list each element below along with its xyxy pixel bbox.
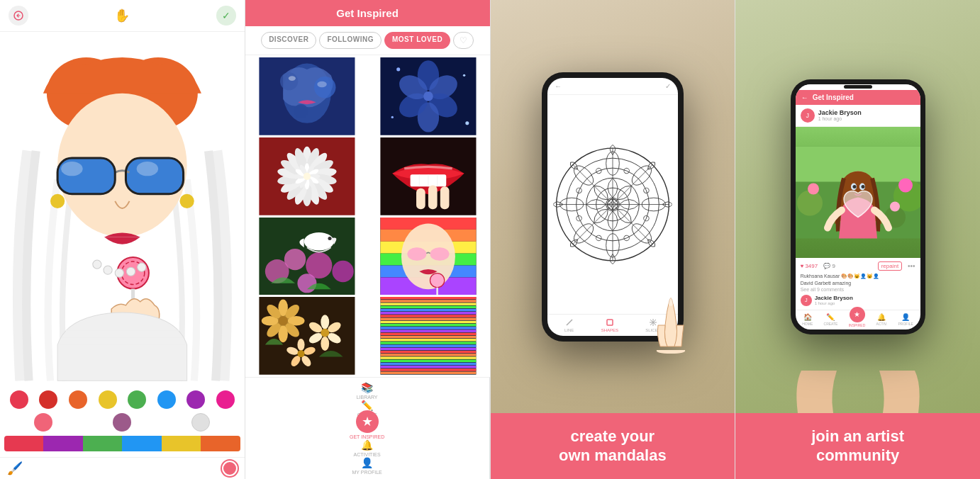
color-swatch[interactable]	[157, 390, 176, 409]
svg-point-17	[104, 266, 112, 274]
line-label: LINE	[564, 328, 574, 332]
comment-2: David Garbett amazing	[801, 281, 915, 286]
svg-rect-134	[380, 318, 476, 320]
nav-label: GET INSPIRED	[350, 434, 384, 439]
nav-label: MY PROFILE	[352, 470, 382, 475]
svg-rect-142	[380, 342, 476, 344]
nav-profile-2[interactable]: 👤 PROFILE	[898, 313, 913, 326]
nav-library[interactable]: 📚 LIBRARY	[357, 382, 378, 400]
gallery-item[interactable]	[369, 297, 488, 375]
bottom-nav: 📚 LIBRARY ✏️ CREATE ★ GET INSPIRED 🔔 ACT…	[245, 377, 490, 479]
community-user2-time: 1 hour ago	[815, 301, 853, 305]
svg-rect-6	[126, 158, 183, 194]
tab-discover[interactable]: DISCOVER	[261, 32, 316, 49]
tab-most-loved[interactable]: MOST LOVED	[384, 32, 450, 49]
color-swatch[interactable]	[10, 390, 28, 409]
gallery-item[interactable]	[369, 57, 488, 135]
nav-get-inspired[interactable]: ★ GET INSPIRED	[350, 417, 384, 439]
gallery-item[interactable]	[247, 218, 367, 295]
svg-point-195	[852, 185, 856, 188]
selected-color-indicator	[222, 461, 238, 476]
community-phone-screen: ← Get Inspired J Jackie Bryson 1 hour ag…	[796, 84, 920, 329]
svg-point-8	[137, 162, 158, 176]
library-icon: 📚	[361, 382, 373, 393]
svg-rect-148	[380, 360, 476, 362]
color-swatch[interactable]	[128, 390, 146, 409]
nav-activities[interactable]: 🔔 ACTIVITIES	[354, 439, 381, 457]
repaint-button[interactable]: repaint	[878, 261, 902, 271]
svg-point-36	[396, 67, 400, 71]
more-options[interactable]: •••	[908, 262, 915, 270]
svg-rect-138	[380, 330, 476, 332]
gallery-header: Get Inspired	[245, 0, 490, 26]
color-swatch[interactable]	[191, 413, 210, 432]
color-swatch[interactable]	[99, 390, 117, 409]
gallery-item[interactable]	[369, 218, 488, 295]
svg-point-87	[297, 274, 316, 293]
svg-point-88	[304, 232, 333, 250]
community-header-title: Get Inspired	[813, 94, 854, 101]
svg-point-27	[317, 81, 327, 87]
svg-point-125	[297, 350, 304, 357]
tool-line[interactable]: LINE	[564, 318, 574, 332]
nav-inspired-2[interactable]: ★ INSPIRED	[849, 312, 866, 327]
svg-point-19	[126, 267, 135, 276]
nav-create-2[interactable]: ✏️ CREATE	[824, 313, 838, 326]
comments-count[interactable]: 💬 9	[823, 263, 835, 269]
svg-point-84	[284, 248, 306, 269]
gallery-item[interactable]	[247, 297, 367, 375]
drawing-top-bar: ✋ ✓	[0, 0, 245, 32]
svg-point-18	[115, 269, 123, 277]
drawing-canvas[interactable]	[0, 32, 245, 385]
svg-point-38	[391, 116, 393, 118]
svg-rect-141	[380, 339, 476, 341]
gallery-title: Get Inspired	[254, 7, 481, 19]
see-all-comments[interactable]: See all 9 comments	[801, 287, 915, 292]
svg-rect-98	[407, 247, 426, 261]
gallery-item[interactable]	[247, 137, 367, 215]
likes-count[interactable]: ♥ 3497	[801, 263, 818, 269]
color-swatch[interactable]	[216, 390, 235, 409]
community-avatar: J	[801, 108, 815, 123]
svg-point-182	[668, 298, 674, 306]
mandala-caption: create your own mandalas	[491, 413, 735, 479]
bottom-toolbar: 🖌️	[0, 457, 245, 479]
svg-point-23	[280, 72, 298, 90]
svg-rect-131	[380, 309, 476, 311]
back-button[interactable]	[9, 6, 28, 26]
color-swatch[interactable]	[34, 413, 52, 432]
svg-rect-145	[380, 351, 476, 353]
confirm-button[interactable]: ✓	[216, 6, 236, 26]
gallery-item[interactable]	[369, 137, 488, 215]
svg-rect-80	[428, 185, 438, 209]
tool-shapes[interactable]: SHAPES	[601, 318, 618, 332]
community-user-name: Jackie Bryson	[818, 109, 862, 116]
color-swatch[interactable]	[186, 390, 205, 409]
community-phone-frame: ← Get Inspired J Jackie Bryson 1 hour ag…	[791, 79, 925, 334]
nav-activities-2[interactable]: 🔔 ACTIV.	[876, 313, 888, 326]
shapes-label: SHAPES	[601, 328, 618, 332]
svg-rect-137	[380, 327, 476, 329]
svg-rect-99	[430, 247, 449, 261]
panel-drawing-app: ✋ ✓	[0, 0, 245, 479]
color-swatch[interactable]	[69, 390, 87, 409]
community-caption-text: join an artist community	[750, 427, 966, 465]
svg-rect-130	[380, 306, 476, 308]
heart-tab[interactable]: ♡	[453, 32, 474, 49]
svg-rect-149	[380, 363, 476, 365]
tab-following[interactable]: FOLLOWING	[319, 32, 382, 49]
nav-home[interactable]: 🏠 HOME	[802, 313, 813, 326]
color-swatch[interactable]	[39, 390, 57, 409]
color-swatch[interactable]	[113, 413, 131, 432]
svg-point-100	[430, 273, 444, 287]
svg-rect-135	[380, 321, 476, 323]
inspired-fab[interactable]: ★	[356, 410, 379, 433]
svg-rect-128	[380, 300, 476, 302]
mandala-phone-mockup: ← ✓	[491, 0, 735, 413]
nav-profile[interactable]: 👤 MY PROFILE	[352, 457, 382, 475]
gallery-item[interactable]	[247, 57, 367, 135]
brush-icon[interactable]: 🖌️	[7, 461, 23, 476]
mandala-caption-text: create your own mandalas	[505, 427, 721, 465]
svg-point-190	[890, 201, 900, 211]
hand-tool-icon[interactable]: ✋	[114, 8, 130, 23]
